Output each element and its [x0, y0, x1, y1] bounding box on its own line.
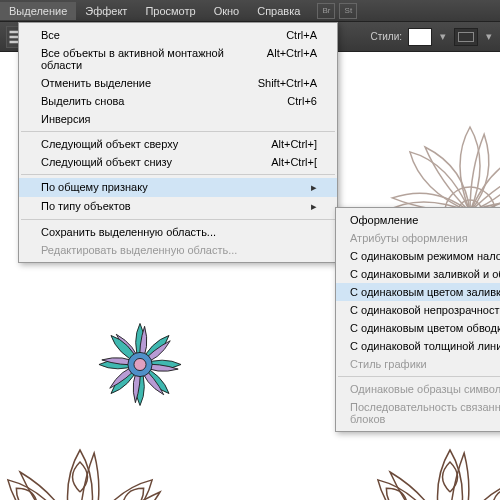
dropdown-item[interactable]: Отменить выделениеShift+Ctrl+A [19, 74, 337, 92]
submenu-item[interactable]: С одинаковым цветом заливки [336, 283, 500, 301]
dropdown-item[interactable]: По общему признаку▸ [19, 178, 337, 197]
item-label: С одинаковым цветом обводки [350, 322, 500, 334]
item-label: Одинаковые образцы символа [350, 383, 500, 395]
submenu-item[interactable]: Оформление [336, 211, 500, 229]
item-label: Все [41, 29, 60, 41]
item-label: Следующий объект снизу [41, 156, 172, 168]
stroke-swatch[interactable] [454, 28, 478, 46]
stroke-dropdown-icon[interactable]: ▾ [484, 32, 494, 42]
selection-dropdown: ВсеCtrl+AВсе объекты в активной монтажно… [18, 22, 338, 263]
stock-icon[interactable]: St [339, 3, 357, 19]
item-label: С одинаковым режимом наложения [350, 250, 500, 262]
item-shortcut: Ctrl+6 [287, 95, 317, 107]
menu-help[interactable]: Справка [248, 2, 309, 20]
menu-separator [21, 131, 335, 132]
dropdown-item[interactable]: Все объекты в активной монтажной области… [19, 44, 337, 74]
item-label: Выделить снова [41, 95, 124, 107]
menu-separator [21, 174, 335, 175]
menubar: Выделение Эффект Просмотр Окно Справка B… [0, 0, 500, 22]
artwork-mandala-bottom-left [0, 432, 200, 500]
item-label: Следующий объект сверху [41, 138, 178, 150]
fill-swatch[interactable] [408, 28, 432, 46]
submenu-item[interactable]: С одинаковыми заливкой и обводкой [336, 265, 500, 283]
submenu-item: Атрибуты оформления [336, 229, 500, 247]
submenu-item[interactable]: С одинаковым цветом обводки [336, 319, 500, 337]
submenu-item[interactable]: С одинаковой толщиной линий [336, 337, 500, 355]
app-switcher: Br St [317, 3, 357, 19]
artwork-mandala-bottom-right [330, 432, 500, 500]
menu-separator [338, 376, 500, 377]
submenu-arrow-icon: ▸ [311, 200, 317, 213]
item-label: Редактировать выделенную область... [41, 244, 237, 256]
menu-separator [21, 219, 335, 220]
item-label: С одинаковым цветом заливки [350, 286, 500, 298]
item-label: Инверсия [41, 113, 91, 125]
dropdown-item[interactable]: Сохранить выделенную область... [19, 223, 337, 241]
submenu-item: Последовательность связанных блоков [336, 398, 500, 428]
menu-effect[interactable]: Эффект [76, 2, 136, 20]
item-label: Отменить выделение [41, 77, 151, 89]
submenu-arrow-icon: ▸ [311, 181, 317, 194]
fill-dropdown-icon[interactable]: ▾ [438, 32, 448, 42]
item-label: С одинаковой непрозрачностью [350, 304, 500, 316]
dropdown-item[interactable]: Следующий объект снизуAlt+Ctrl+[ [19, 153, 337, 171]
dropdown-item[interactable]: Выделить сноваCtrl+6 [19, 92, 337, 110]
dropdown-item[interactable]: ВсеCtrl+A [19, 26, 337, 44]
submenu-item: Одинаковые образцы символа [336, 380, 500, 398]
item-label: С одинаковыми заливкой и обводкой [350, 268, 500, 280]
item-label: Последовательность связанных блоков [350, 401, 500, 425]
menu-view[interactable]: Просмотр [136, 2, 204, 20]
item-label: Сохранить выделенную область... [41, 226, 216, 238]
submenu-item: Стиль графики [336, 355, 500, 373]
svg-point-9 [128, 352, 152, 376]
menu-selection[interactable]: Выделение [0, 2, 76, 20]
item-shortcut: Alt+Ctrl+] [271, 138, 317, 150]
item-shortcut: Alt+Ctrl+A [267, 47, 317, 71]
item-label: Все объекты в активной монтажной области [41, 47, 267, 71]
item-label: Стиль графики [350, 358, 427, 370]
dropdown-item[interactable]: Инверсия [19, 110, 337, 128]
item-label: По общему признаку [41, 181, 148, 194]
submenu-item[interactable]: С одинаковой непрозрачностью [336, 301, 500, 319]
item-shortcut: Shift+Ctrl+A [258, 77, 317, 89]
dropdown-item: Редактировать выделенную область... [19, 241, 337, 259]
menu-window[interactable]: Окно [205, 2, 249, 20]
bridge-icon[interactable]: Br [317, 3, 335, 19]
dropdown-item[interactable]: По типу объектов▸ [19, 197, 337, 216]
item-shortcut: Alt+Ctrl+[ [271, 156, 317, 168]
submenu-item[interactable]: С одинаковым режимом наложения [336, 247, 500, 265]
svg-point-10 [134, 358, 146, 370]
dropdown-item[interactable]: Следующий объект сверхуAlt+Ctrl+] [19, 135, 337, 153]
item-label: По типу объектов [41, 200, 131, 213]
item-label: Атрибуты оформления [350, 232, 468, 244]
item-label: С одинаковой толщиной линий [350, 340, 500, 352]
artwork-mandala-colored [30, 317, 250, 412]
same-attribute-submenu: ОформлениеАтрибуты оформленияС одинаковы… [335, 207, 500, 432]
styles-label: Стили: [370, 31, 402, 42]
item-shortcut: Ctrl+A [286, 29, 317, 41]
item-label: Оформление [350, 214, 418, 226]
